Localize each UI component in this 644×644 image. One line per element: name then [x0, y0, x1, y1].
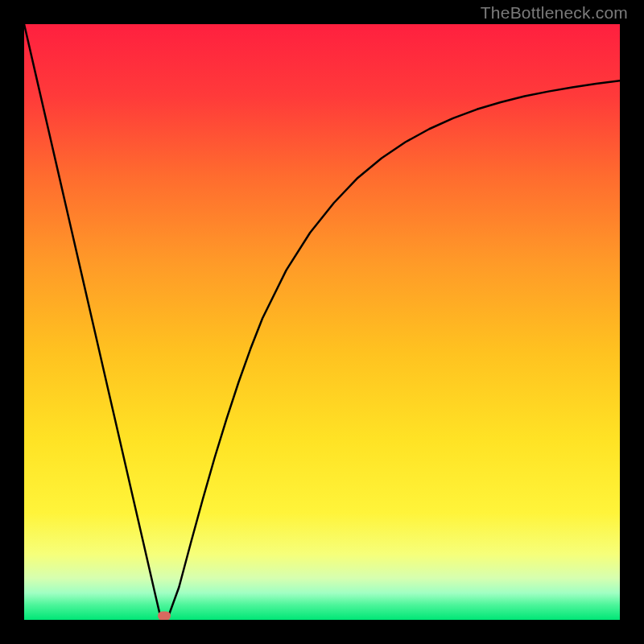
chart-frame: TheBottleneck.com	[0, 0, 644, 644]
bottleneck-curve	[24, 24, 620, 620]
watermark-text: TheBottleneck.com	[481, 3, 628, 23]
minimum-marker	[158, 612, 171, 621]
plot-area	[24, 24, 620, 620]
